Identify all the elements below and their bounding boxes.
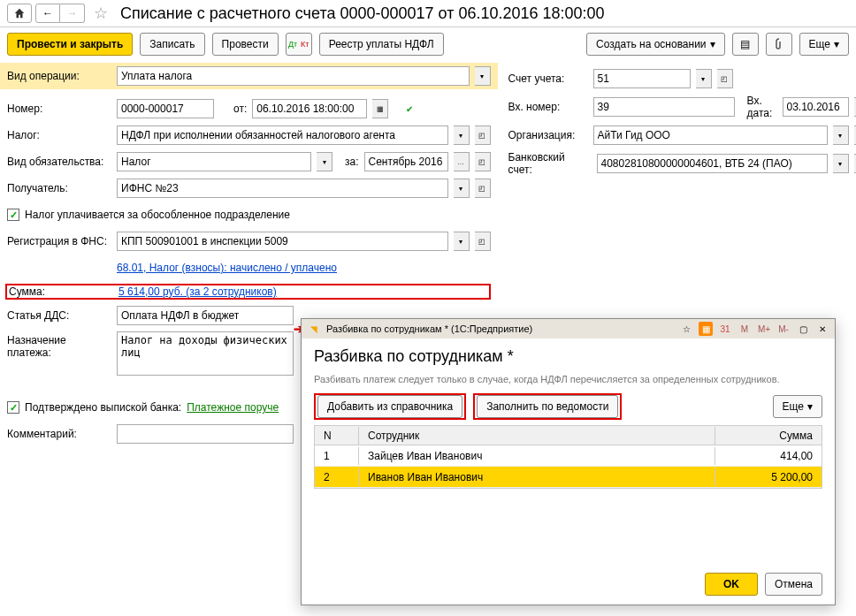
account-open-button[interactable]: ◰ (717, 69, 733, 88)
employee-table: N Сотрудник Сумма 1 Зайцев Иван Иванович… (314, 425, 822, 489)
obligation-label: Вид обязательства: (7, 156, 111, 168)
popup-close-button[interactable]: ✕ (815, 322, 829, 336)
recipient-input[interactable] (117, 179, 448, 198)
ndfl-registry-button[interactable]: Реестр уплаты НДФЛ (319, 33, 444, 56)
in-number-input[interactable] (593, 97, 735, 117)
account-input[interactable] (593, 69, 691, 88)
period-select-button[interactable]: … (454, 152, 470, 171)
fns-reg-input[interactable] (117, 232, 448, 251)
bank-confirm-label: Подтверждено выпиской банка: (25, 401, 181, 414)
in-date-label: Вх. дата: (747, 95, 777, 119)
page-title: Списание с расчетного счета 0000-000017 … (120, 4, 605, 23)
separate-div-label: Налог уплачивается за обособленное подра… (25, 209, 290, 221)
employee-split-popup: ◥ Разбивка по сотрудникам * (1С:Предприя… (301, 318, 836, 605)
more-button[interactable]: Еще ▾ (799, 33, 849, 56)
recipient-label: Получатель: (7, 182, 111, 194)
dds-input[interactable] (117, 306, 294, 325)
tax-label: Налог: (7, 129, 111, 141)
account-dropdown[interactable]: ▾ (696, 69, 712, 88)
tax-dropdown[interactable]: ▾ (454, 125, 470, 145)
dds-label: Статья ДДС: (7, 309, 111, 322)
in-number-label: Вх. номер: (508, 101, 588, 113)
operation-type-input[interactable] (117, 66, 470, 86)
col-header-sum[interactable]: Сумма (715, 427, 822, 445)
sum-link[interactable]: 5 614,00 руб. (за 2 сотрудников) (118, 285, 277, 298)
attachments-button[interactable] (766, 33, 792, 56)
operation-type-label: Вид операции: (7, 70, 111, 82)
post-and-close-button[interactable]: Провести и закрыть (7, 33, 133, 56)
popup-window-title: Разбивка по сотрудникам * (1С:Предприяти… (326, 323, 532, 334)
back-button[interactable]: ← (35, 4, 60, 23)
account-link[interactable]: 68.01, Налог (взносы): начислено / уплач… (117, 262, 337, 274)
forward-button[interactable]: → (60, 4, 85, 23)
popup-mminus-button[interactable]: М- (776, 322, 791, 336)
popup-more-button[interactable]: Еще ▾ (773, 395, 822, 418)
popup-app-icon: ◥ (307, 322, 321, 336)
popup-ok-button[interactable]: OK (705, 573, 758, 596)
post-button[interactable]: Провести (212, 33, 279, 56)
operation-type-dropdown[interactable]: ▾ (475, 66, 491, 86)
obligation-input[interactable] (117, 152, 311, 171)
org-label: Организация: (508, 129, 588, 141)
chevron-down-icon: ▾ (710, 38, 715, 50)
save-button[interactable]: Записать (140, 33, 204, 56)
period-open-button[interactable]: ◰ (475, 152, 491, 171)
comment-input[interactable] (117, 424, 294, 444)
org-dropdown[interactable]: ▾ (833, 125, 849, 145)
org-input[interactable] (593, 125, 828, 145)
payment-order-link[interactable]: Платежное поруче (187, 401, 279, 414)
purpose-label: Назначение платежа: (7, 331, 111, 359)
number-input[interactable] (117, 99, 214, 118)
sum-label: Сумма: (9, 285, 113, 298)
table-row[interactable]: 2 Иванов Иван Иванович 5 200,00 (315, 467, 822, 488)
date-input[interactable] (252, 99, 367, 118)
fns-reg-label: Регистрация в ФНС: (7, 235, 111, 247)
obligation-dropdown[interactable]: ▾ (317, 152, 332, 171)
structure-button[interactable]: ▤ (732, 33, 759, 56)
popup-mplus-button[interactable]: М+ (757, 322, 771, 336)
bank-acc-label: Банковский счет: (508, 151, 592, 176)
popup-hint: Разбивать платеж следует только в случае… (302, 369, 835, 393)
popup-maximize-button[interactable]: ▢ (796, 322, 810, 336)
number-label: Номер: (7, 103, 111, 115)
favorite-icon[interactable]: ☆ (94, 4, 108, 23)
fns-reg-dropdown[interactable]: ▾ (454, 232, 470, 251)
popup-title: Разбивка по сотрудникам * (302, 338, 835, 369)
col-header-employee[interactable]: Сотрудник (359, 427, 715, 445)
recipient-dropdown[interactable]: ▾ (454, 179, 470, 198)
fill-by-register-button[interactable]: Заполнить по ведомости (477, 395, 618, 418)
comment-label: Комментарий: (7, 428, 111, 440)
home-button[interactable] (7, 4, 32, 23)
purpose-input[interactable]: Налог на доходы физических лиц (117, 331, 294, 376)
popup-calc-icon[interactable]: ▦ (699, 322, 713, 336)
create-based-button[interactable]: Создать на основании ▾ (586, 33, 725, 56)
col-header-n[interactable]: N (315, 427, 359, 445)
tax-input[interactable] (117, 125, 448, 145)
status-ok-icon: ✔ (402, 102, 417, 116)
dt-kt-button[interactable]: ДтКт (286, 33, 312, 56)
popup-m-button[interactable]: М (738, 322, 752, 336)
tax-open-button[interactable]: ◰ (475, 125, 491, 145)
account-label: Счет учета: (508, 72, 588, 85)
bank-acc-input[interactable] (597, 154, 828, 173)
bank-acc-dropdown[interactable]: ▾ (833, 154, 849, 173)
period-input[interactable] (364, 152, 448, 171)
date-calendar-button[interactable]: ▦ (372, 99, 388, 118)
popup-calendar-icon[interactable]: 31 (718, 322, 732, 336)
popup-cancel-button[interactable]: Отмена (765, 573, 822, 596)
separate-div-checkbox[interactable]: ✓ (7, 209, 19, 221)
popup-fav-icon[interactable]: ☆ (679, 322, 693, 336)
period-label: за: (345, 156, 359, 168)
add-from-catalog-button[interactable]: Добавить из справочника (317, 395, 462, 418)
in-date-input[interactable] (783, 97, 849, 117)
date-label: от: (233, 103, 247, 115)
table-row[interactable]: 1 Зайцев Иван Иванович 414,00 (315, 445, 822, 467)
bank-confirm-checkbox[interactable]: ✓ (7, 401, 19, 414)
fns-reg-open-button[interactable]: ◰ (475, 232, 491, 251)
recipient-open-button[interactable]: ◰ (475, 179, 491, 198)
